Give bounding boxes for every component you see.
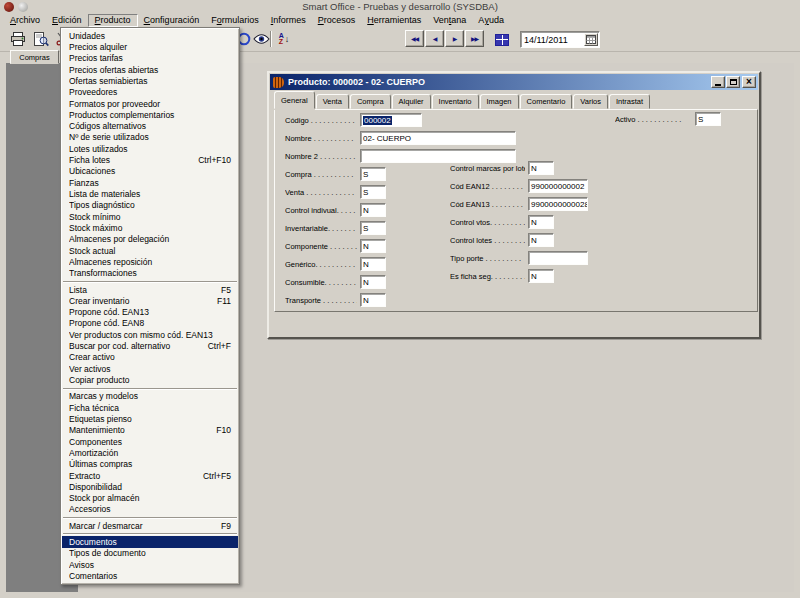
tab-comentario[interactable]: Comentario bbox=[520, 94, 573, 109]
menubar-item-herramientas[interactable]: Herramientas bbox=[361, 14, 427, 27]
menu-item-stock-maximo[interactable]: Stock máximo bbox=[62, 222, 238, 233]
field-input-componente[interactable]: N bbox=[360, 239, 386, 253]
menubar-item-informes[interactable]: Informes bbox=[265, 14, 312, 27]
menubar-item-ventana[interactable]: Ventana bbox=[427, 14, 472, 27]
grid-view-button[interactable] bbox=[490, 30, 514, 49]
menu-item-precios-tarifas[interactable]: Precios tarifas bbox=[62, 53, 238, 64]
print-preview-icon[interactable] bbox=[31, 30, 51, 48]
minimize-button[interactable] bbox=[711, 76, 725, 88]
menubar-item-archivo[interactable]: Archivo bbox=[4, 14, 46, 27]
menu-item-etiquetas-pienso[interactable]: Etiquetas pienso bbox=[62, 413, 238, 424]
menu-item-componentes[interactable]: Componentes bbox=[62, 436, 238, 447]
menu-item-avisos[interactable]: Avisos bbox=[62, 559, 238, 570]
menubar-item-procesos[interactable]: Procesos bbox=[312, 14, 362, 27]
menu-item-tipos-diagnostico[interactable]: Tipos diagnóstico bbox=[62, 200, 238, 211]
menu-item-precios-ofertas-abiertas[interactable]: Precios ofertas abiertas bbox=[62, 64, 238, 75]
menu-item-lotes-utilizados[interactable]: Lotes utilizados bbox=[62, 143, 238, 154]
menubar-item-configuracion[interactable]: Configuración bbox=[138, 14, 206, 27]
field-input-inventariable[interactable]: S bbox=[360, 221, 386, 235]
field-input-cod-ean13[interactable]: 9900000000028 bbox=[528, 197, 588, 211]
field-input-tipo-porte[interactable] bbox=[528, 251, 588, 265]
menu-item-ficha-lotes[interactable]: Ficha lotesCtrl+F10 bbox=[62, 154, 238, 165]
date-value[interactable]: 14/11/2011 bbox=[521, 35, 584, 45]
field-input-control-indivual[interactable]: N bbox=[360, 203, 386, 217]
menubar-item-formularios[interactable]: Formularios bbox=[205, 14, 265, 27]
nav-next-button[interactable]: ▶ bbox=[445, 30, 464, 47]
menu-item-unidades[interactable]: Unidades bbox=[62, 30, 238, 41]
field-input-consumible[interactable]: N bbox=[360, 275, 386, 289]
menu-item-stock-actual[interactable]: Stock actual bbox=[62, 245, 238, 256]
field-input-codigo[interactable]: 000002 bbox=[360, 113, 422, 127]
field-input-cod-ean12[interactable]: 990000000002 bbox=[528, 179, 588, 193]
menu-item-buscar-por-cod-alternativo[interactable]: Buscar por cod. alternativoCtrl+F bbox=[62, 340, 238, 351]
tab-intrastat[interactable]: Intrastat bbox=[609, 94, 650, 109]
menu-item-ver-productos-con-mismo-cod-ean13[interactable]: Ver productos con mismo cód. EAN13 bbox=[62, 329, 238, 340]
tab-compras[interactable]: Compras bbox=[10, 50, 59, 64]
field-input-es-ficha-seg[interactable]: N bbox=[528, 269, 554, 283]
tab-venta[interactable]: Venta bbox=[316, 94, 349, 109]
menu-item-marcar-desmarcar[interactable]: Marcar / desmarcarF9 bbox=[62, 520, 238, 531]
menubar-item-edicion[interactable]: Edición bbox=[46, 14, 88, 27]
dialog-titlebar[interactable]: Producto: 000002 - 02- CUERPO × bbox=[270, 74, 758, 90]
menu-item-propone-cod-ean8[interactable]: Propone cód. EAN8 bbox=[62, 318, 238, 329]
field-input-compra[interactable]: S bbox=[360, 167, 386, 181]
field-input-activo[interactable]: S bbox=[695, 112, 721, 126]
menu-item-ubicaciones[interactable]: Ubicaciones bbox=[62, 166, 238, 177]
tab-inventario[interactable]: Inventario bbox=[432, 94, 479, 109]
menu-item-precios-alquiler[interactable]: Precios alquiler bbox=[62, 41, 238, 52]
field-input-control-vtos[interactable]: N bbox=[528, 215, 554, 229]
field-input-nombre[interactable]: 02- CUERPO bbox=[360, 131, 516, 145]
menu-item-lista[interactable]: ListaF5 bbox=[62, 284, 238, 295]
field-input-control-marcas-por-lote[interactable]: N bbox=[528, 161, 554, 175]
tab-compra[interactable]: Compra bbox=[350, 94, 391, 109]
menu-item-ficha-tecnica[interactable]: Ficha técnica bbox=[62, 402, 238, 413]
field-input-nombre-2[interactable] bbox=[360, 149, 516, 163]
menu-item-marcas-y-modelos[interactable]: Marcas y modelos bbox=[62, 391, 238, 402]
menu-item-copiar-producto[interactable]: Copiar producto bbox=[62, 374, 238, 385]
maximize-button[interactable] bbox=[726, 76, 740, 88]
calendar-button[interactable] bbox=[584, 33, 598, 46]
menu-item-crear-inventario[interactable]: Crear inventarioF11 bbox=[62, 295, 238, 306]
close-button[interactable]: × bbox=[742, 76, 756, 88]
menu-item-proveedores[interactable]: Proveedores bbox=[62, 87, 238, 98]
menu-item-disponibilidad[interactable]: Disponibilidad bbox=[62, 481, 238, 492]
sort-az-icon[interactable]: AZ↓ bbox=[274, 30, 294, 48]
field-input-transporte[interactable]: N bbox=[360, 293, 386, 307]
menu-item-propone-cod-ean13[interactable]: Propone cód. EAN13 bbox=[62, 307, 238, 318]
menu-item-lista-de-materiales[interactable]: Lista de materiales bbox=[62, 188, 238, 199]
menu-item-documentos[interactable]: Documentos bbox=[62, 536, 238, 547]
date-field[interactable]: 14/11/2011 bbox=[520, 31, 600, 48]
menu-item-mantenimiento[interactable]: MantenimientoF10 bbox=[62, 425, 238, 436]
menu-item-stock-por-almacen[interactable]: Stock por almacén bbox=[62, 493, 238, 504]
nav-first-button[interactable]: ◀◀ bbox=[405, 30, 424, 47]
printer-icon[interactable] bbox=[8, 30, 28, 48]
menu-item-codigos-alternativos[interactable]: Códigos alternativos bbox=[62, 121, 238, 132]
menubar-item-producto[interactable]: Producto bbox=[88, 14, 138, 27]
menu-item-ver-activos[interactable]: Ver activos bbox=[62, 363, 238, 374]
tab-imagen[interactable]: Imagen bbox=[480, 94, 519, 109]
menu-item-ofertas-semiabiertas[interactable]: Ofertas semiabiertas bbox=[62, 75, 238, 86]
tab-general[interactable]: General bbox=[274, 91, 315, 109]
menu-item-comentarios[interactable]: Comentarios bbox=[62, 570, 238, 581]
menu-item-accesorios[interactable]: Accesorios bbox=[62, 504, 238, 515]
menu-item-almacenes-por-delegacion[interactable]: Almacenes por delegación bbox=[62, 234, 238, 245]
menu-item-almacenes-reposicion[interactable]: Almacenes reposición bbox=[62, 256, 238, 267]
nav-previous-button[interactable]: ◀ bbox=[425, 30, 444, 47]
field-input-control-lotes[interactable]: N bbox=[528, 233, 554, 247]
menu-item-productos-complementarios[interactable]: Productos complementarios bbox=[62, 109, 238, 120]
menu-item-crear-activo[interactable]: Crear activo bbox=[62, 352, 238, 363]
menu-item-transformaciones[interactable]: Transformaciones bbox=[62, 268, 238, 279]
menu-item-amortizacion[interactable]: Amortización bbox=[62, 447, 238, 458]
menu-item-ultimas-compras[interactable]: Últimas compras bbox=[62, 459, 238, 470]
menu-item-tipos-de-documento[interactable]: Tipos de documento bbox=[62, 548, 238, 559]
field-input-venta[interactable]: S bbox=[360, 185, 386, 199]
field-input-generico[interactable]: N bbox=[360, 257, 386, 271]
menu-item-fianzas[interactable]: Fianzas bbox=[62, 177, 238, 188]
menu-item-formatos-por-proveedor[interactable]: Formatos por proveedor bbox=[62, 98, 238, 109]
tab-alquiler[interactable]: Alquiler bbox=[392, 94, 431, 109]
menu-item-stock-minimo[interactable]: Stock mínimo bbox=[62, 211, 238, 222]
tab-varios[interactable]: Varios bbox=[573, 94, 608, 109]
nav-last-button[interactable]: ▶▶ bbox=[465, 30, 484, 47]
eye-icon[interactable] bbox=[251, 30, 271, 48]
menu-item-extracto[interactable]: ExtractoCtrl+F5 bbox=[62, 470, 238, 481]
